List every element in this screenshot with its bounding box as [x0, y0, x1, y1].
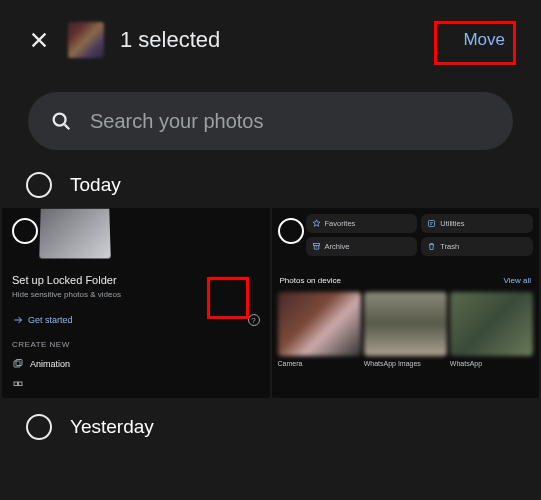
- device-album-whatsapp[interactable]: [450, 292, 533, 356]
- selected-thumbnail: [68, 22, 104, 58]
- search-placeholder: Search your photos: [90, 110, 263, 133]
- locked-folder-title: Set up Locked Folder: [12, 274, 260, 286]
- get-started-label: Get started: [28, 315, 73, 325]
- locked-folder-text: Set up Locked Folder Hide sensitive phot…: [12, 274, 260, 299]
- svg-rect-2: [16, 360, 22, 366]
- section-yesterday-title: Yesterday: [70, 416, 154, 438]
- select-all-today-checkbox[interactable]: [26, 172, 52, 198]
- svg-rect-1: [14, 361, 20, 367]
- section-today-title: Today: [70, 174, 121, 196]
- select-all-yesterday-checkbox[interactable]: [26, 414, 52, 440]
- today-grid: Set up Locked Folder Hide sensitive phot…: [0, 208, 541, 398]
- photo-tile-library[interactable]: Favorites Utilities Archive Trash Photos…: [272, 208, 540, 398]
- device-album-whatsapp-images[interactable]: [364, 292, 447, 356]
- trash-icon: [427, 242, 436, 251]
- help-icon[interactable]: ?: [248, 314, 260, 326]
- svg-rect-6: [313, 244, 319, 246]
- selection-count-label: 1 selected: [120, 27, 437, 53]
- album-caption: Camera: [278, 360, 361, 367]
- move-button[interactable]: Move: [453, 24, 515, 56]
- folder-icon: [39, 209, 111, 259]
- album-caption: WhatsApp: [450, 360, 533, 367]
- search-input[interactable]: Search your photos: [28, 92, 513, 150]
- photo-select-checkbox[interactable]: [278, 218, 304, 244]
- create-new-header: CREATE NEW: [12, 340, 70, 349]
- animation-label: Animation: [30, 359, 70, 369]
- photos-on-device-label: Photos on device: [280, 276, 341, 285]
- section-yesterday[interactable]: Yesterday: [0, 398, 541, 450]
- animation-icon: [12, 358, 24, 370]
- locked-folder-subtitle: Hide sensitive photos & videos: [12, 290, 260, 299]
- search-icon: [50, 110, 72, 132]
- utilities-icon: [427, 219, 436, 228]
- selection-header: 1 selected Move: [0, 0, 541, 80]
- close-button[interactable]: [26, 27, 52, 53]
- svg-rect-3: [14, 382, 18, 386]
- chip-utilities[interactable]: Utilities: [421, 214, 533, 233]
- svg-rect-4: [19, 382, 23, 386]
- section-today[interactable]: Today: [0, 158, 541, 208]
- collage-icon: [12, 380, 24, 392]
- arrow-right-icon: [12, 314, 24, 326]
- svg-point-0: [54, 114, 66, 126]
- chip-utilities-label: Utilities: [440, 219, 464, 228]
- view-all-link[interactable]: View all: [504, 276, 531, 285]
- archive-icon: [312, 242, 321, 251]
- chip-favorites[interactable]: Favorites: [306, 214, 418, 233]
- star-icon: [312, 219, 321, 228]
- photo-select-checkbox[interactable]: [12, 218, 38, 244]
- device-album-camera[interactable]: [278, 292, 361, 356]
- get-started-link[interactable]: Get started: [12, 314, 73, 326]
- close-icon: [28, 29, 50, 51]
- chip-archive[interactable]: Archive: [306, 237, 418, 256]
- chip-favorites-label: Favorites: [325, 219, 356, 228]
- photo-tile-locked-folder[interactable]: Set up Locked Folder Hide sensitive phot…: [2, 208, 270, 398]
- create-other-item[interactable]: [12, 380, 24, 392]
- create-animation-item[interactable]: Animation: [12, 358, 70, 370]
- svg-rect-5: [429, 221, 435, 227]
- chip-trash-label: Trash: [440, 242, 459, 251]
- chip-archive-label: Archive: [325, 242, 350, 251]
- chip-trash[interactable]: Trash: [421, 237, 533, 256]
- album-caption: WhatsApp Images: [364, 360, 447, 367]
